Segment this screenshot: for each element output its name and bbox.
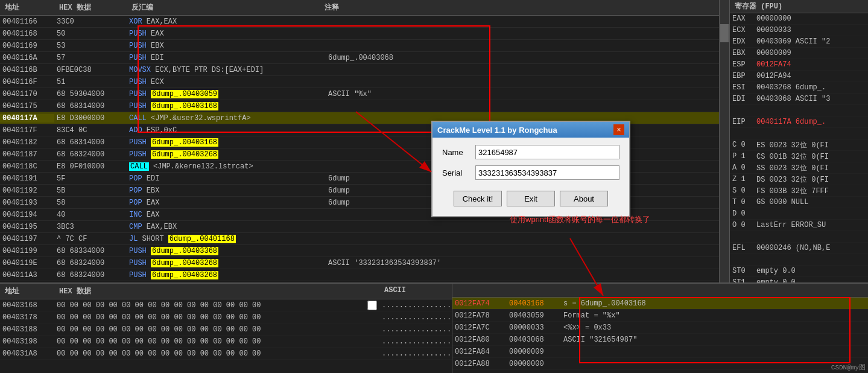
dialog-titlebar[interactable]: CrackMe Level 1.1 by Rongchua × bbox=[432, 122, 629, 138]
table-row[interactable]: 0040119E 68 68324000 PUSH 6dump_.0040326… bbox=[0, 257, 719, 269]
cell-disasm: POP EBX bbox=[127, 186, 326, 195]
table-row[interactable]: 00401175 68 68314000 PUSH 6dump_.0040316… bbox=[0, 100, 719, 112]
reg-value-esp: 0012FA74 bbox=[756, 60, 791, 69]
stack-row[interactable]: 0012FA84 00000009 bbox=[452, 346, 868, 358]
dialog-close-button[interactable]: × bbox=[613, 124, 624, 135]
crackme-dialog[interactable]: CrackMe Level 1.1 by Rongchua × Name Ser… bbox=[431, 121, 630, 217]
stack-row[interactable]: 0012FA88 00000000 bbox=[452, 358, 868, 370]
hex-ascii: ................ bbox=[379, 349, 452, 358]
reg-name-edi: EDI bbox=[732, 95, 756, 103]
cell-addr: 00401166 bbox=[0, 18, 54, 26]
serial-input[interactable] bbox=[475, 165, 619, 180]
col-header-disasm: 反汇编 bbox=[127, 1, 320, 14]
cell-hex: 40 bbox=[54, 211, 127, 219]
stack-val: 00403068 bbox=[507, 336, 561, 344]
cell-hex: 68 68314000 bbox=[54, 102, 127, 110]
reg-row-o: O 0 LastErr ERROR_SU bbox=[730, 220, 868, 231]
table-row[interactable]: 00401169 53 PUSH EBX bbox=[0, 40, 719, 52]
reg-name-eax: EAX bbox=[732, 14, 756, 23]
table-row[interactable]: 004031A8 00 00 00 00 00 00 00 00 00 00 0… bbox=[0, 348, 452, 360]
hex-scroll-checkbox[interactable] bbox=[367, 301, 377, 310]
reg-row-st0: ST0 empty 0.0 bbox=[730, 266, 868, 277]
reg-value-o: LastErr ERROR_SU bbox=[756, 221, 826, 229]
reg-name-ebx: EBX bbox=[732, 49, 756, 57]
col-header-comment: 注释 bbox=[320, 1, 719, 14]
hex-ascii: ................ bbox=[379, 337, 452, 346]
stack-val: 00000000 bbox=[507, 360, 561, 368]
scrollbar-thumb[interactable] bbox=[720, 24, 729, 42]
reg-row-a: A 0 SS 0023 32位 0(FI bbox=[730, 162, 868, 174]
table-row[interactable]: 00401168 50 PUSH EAX bbox=[0, 28, 719, 40]
table-row[interactable]: 00403198 00 00 00 00 00 00 00 00 00 00 0… bbox=[0, 336, 452, 348]
table-row[interactable]: 00403168 00 00 00 00 00 00 00 00 00 00 0… bbox=[0, 299, 452, 311]
reg-row-spacer4 bbox=[730, 254, 868, 266]
stack-addr: 0012FA74 bbox=[452, 299, 507, 308]
reg-panel-header: 寄存器 (FPU) bbox=[730, 0, 868, 13]
table-row[interactable]: 0040116A 57 PUSH EDI 6dump_.00403068 bbox=[0, 52, 719, 64]
stack-addr: 0012FA80 bbox=[452, 336, 507, 344]
reg-value-efl: 00000246 (NO,NB,E bbox=[756, 244, 830, 252]
cell-hex: 53 bbox=[54, 42, 127, 50]
table-row[interactable]: 00401166 33C0 XOR EAX,EAX bbox=[0, 16, 719, 28]
table-row[interactable]: 00401195 3BC3 CMP EAX,EBX bbox=[0, 221, 719, 233]
about-button[interactable]: About bbox=[560, 191, 608, 206]
hex-data: 00 00 00 00 00 00 00 00 00 00 00 00 00 0… bbox=[54, 337, 379, 346]
cell-disasm: CALL <JMP.&user32.wsprintfA> bbox=[127, 114, 326, 123]
stack-row[interactable]: 0012FA78 00403059 Format = "%x" bbox=[452, 310, 868, 322]
cell-comment: ASCII "%x" bbox=[326, 90, 719, 98]
reg-value-esi: 00403268 6dump_. bbox=[756, 83, 826, 92]
stack-row[interactable]: 0012FA80 00403068 ASCII "321654987" bbox=[452, 334, 868, 346]
reg-name-esi: ESI bbox=[732, 83, 756, 92]
stack-val: 00403168 bbox=[507, 299, 561, 308]
table-row[interactable]: 00403178 00 00 00 00 00 00 00 00 00 00 0… bbox=[0, 311, 452, 324]
cell-hex: E8 0F010000 bbox=[54, 162, 127, 171]
stack-addr: 0012FA84 bbox=[452, 348, 507, 356]
reg-name-o: O 0 bbox=[732, 221, 756, 229]
disasm-scrollbar[interactable] bbox=[720, 0, 729, 282]
name-input[interactable] bbox=[475, 145, 619, 159]
table-row[interactable]: 0040116F 51 PUSH ECX bbox=[0, 76, 719, 88]
stack-val: 00000009 bbox=[507, 348, 561, 356]
reg-name-s: S 0 bbox=[732, 186, 756, 195]
stack-comment: Format = "%x" bbox=[561, 311, 868, 320]
reg-value-edi: 00403068 ASCII "3 bbox=[756, 95, 830, 103]
cell-addr: 00401175 bbox=[0, 102, 54, 110]
table-row[interactable]: 00401199 68 68334000 PUSH 6dump_.0040336… bbox=[0, 245, 719, 257]
reg-name-z: Z 1 bbox=[732, 175, 756, 183]
hex-data: 00 00 00 00 00 00 00 00 00 00 00 00 00 0… bbox=[54, 313, 379, 322]
table-row[interactable]: 00401197 ^ 7C CF JL SHORT 6dump_.0040116… bbox=[0, 233, 719, 245]
cell-disasm: CMP EAX,EBX bbox=[127, 223, 326, 231]
reg-value-edx: 00403069 ASCII "2 bbox=[756, 37, 830, 46]
cell-hex: E8 D3000000 bbox=[54, 114, 127, 123]
stack-row[interactable]: 0012FA7C 00000033 <%x> = 0x33 bbox=[452, 322, 868, 334]
check-button[interactable]: Check it! bbox=[454, 191, 502, 206]
table-row[interactable]: 004011A3 68 68324000 PUSH 6dump_.0040326… bbox=[0, 269, 719, 281]
cell-disasm: PUSH EBX bbox=[127, 42, 326, 50]
cell-hex: 5F bbox=[54, 174, 127, 183]
cell-hex: ^ 7C CF bbox=[54, 235, 127, 243]
exit-button[interactable]: Exit bbox=[507, 191, 555, 206]
disasm-header: 地址 HEX 数据 反汇编 注释 bbox=[0, 0, 719, 16]
reg-value-st0: empty 0.0 bbox=[756, 267, 796, 275]
cell-hex: 57 bbox=[54, 54, 127, 62]
reg-name-edx: EDX bbox=[732, 37, 756, 46]
cell-addr: 00401187 bbox=[0, 150, 54, 159]
stack-row[interactable]: 0012FA74 00403168 s = 6dump_.00403168 bbox=[452, 298, 868, 310]
cell-addr: 0040116A bbox=[0, 54, 54, 62]
cell-disasm: PUSH 6dump_.00403368 bbox=[127, 247, 326, 255]
reg-value-s: FS 003B 32位 7FFF bbox=[756, 186, 829, 196]
reg-value-t: GS 0000 NULL bbox=[756, 198, 808, 206]
cell-addr: 00401197 bbox=[0, 235, 54, 243]
reg-row-eip: EIP 0040117A 6dump_. bbox=[730, 116, 868, 128]
cell-hex: 83C4 0C bbox=[54, 126, 127, 135]
table-row[interactable]: 00403188 00 00 00 00 00 00 00 00 00 00 0… bbox=[0, 324, 452, 336]
cell-disasm: PUSH 6dump_.00403059 bbox=[127, 90, 326, 98]
register-panel: 寄存器 (FPU) EAX 00000000 ECX 00000033 EDX … bbox=[729, 0, 868, 282]
reg-name-efl: EFL bbox=[732, 244, 756, 252]
table-row[interactable]: 00401170 68 59304000 PUSH 6dump_.0040305… bbox=[0, 88, 719, 100]
reg-row-s: S 0 FS 003B 32位 7FFF bbox=[730, 185, 868, 197]
table-row[interactable]: 0040116B 0FBE0C38 MOVSX ECX,BYTE PTR DS:… bbox=[0, 64, 719, 76]
cell-hex: 68 68334000 bbox=[54, 247, 127, 255]
reg-row-spacer1 bbox=[730, 105, 868, 116]
col-header-hex: HEX 数据 bbox=[54, 1, 127, 14]
